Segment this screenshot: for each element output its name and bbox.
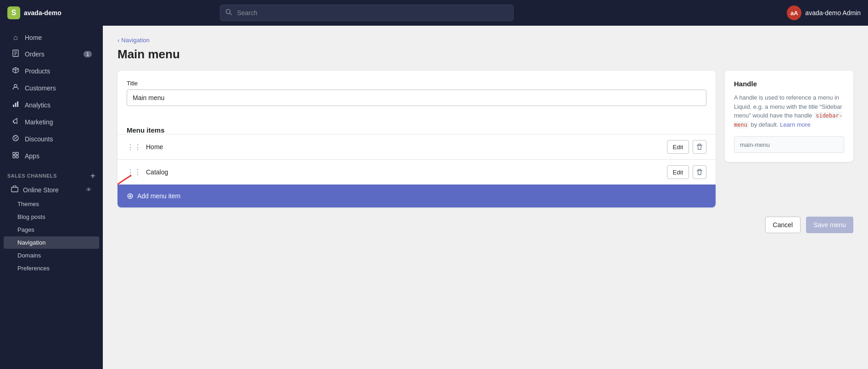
svg-rect-21: [697, 145, 702, 146]
handle-card: Handle A handle is used to reference a m…: [725, 71, 853, 162]
preferences-label: Preferences: [17, 265, 50, 272]
svg-rect-16: [13, 152, 15, 155]
title-field-label: Title: [127, 80, 706, 87]
svg-point-15: [17, 139, 17, 140]
add-menu-item-container: ⊕ Add menu item: [118, 184, 716, 207]
search-icon: [225, 9, 232, 17]
drag-handle-icon[interactable]: ⋮⋮: [127, 143, 141, 151]
add-sales-channel-button[interactable]: +: [90, 172, 95, 180]
apps-icon: [11, 151, 20, 161]
menu-item-actions: Edit: [667, 140, 706, 154]
menu-items-header: Menu items: [118, 117, 716, 134]
sidebar-sub-item-themes[interactable]: Themes: [4, 198, 99, 210]
sidebar-item-marketing[interactable]: Marketing: [4, 114, 99, 130]
avatar-initials: aA: [790, 10, 798, 17]
main-card: Title Menu items ⋮⋮ Home Edit: [118, 71, 716, 207]
title-section: Title: [118, 71, 716, 117]
sidebar-item-label: Products: [25, 67, 50, 75]
sidebar-sub-item-navigation[interactable]: Navigation: [4, 236, 99, 249]
page-title: Main menu: [118, 47, 853, 62]
sidebar-item-label: Analytics: [25, 101, 50, 109]
sales-channels-header: SALES CHANNELS +: [0, 168, 103, 182]
sidebar-item-label: Marketing: [25, 118, 53, 126]
add-menu-item-button[interactable]: ⊕ Add menu item: [118, 184, 716, 207]
marketing-icon: [11, 117, 20, 127]
orders-icon: [11, 50, 20, 59]
sidebar-item-apps[interactable]: Apps: [4, 148, 99, 164]
handle-card-description: A handle is used to reference a menu in …: [734, 93, 844, 129]
home-icon: ⌂: [11, 34, 20, 42]
products-icon: [11, 67, 20, 76]
svg-rect-11: [13, 121, 14, 123]
sidebar-item-label: Discounts: [25, 135, 53, 143]
handle-card-title: Handle: [734, 80, 844, 88]
online-store-left: Online Store: [11, 185, 59, 194]
domains-label: Domains: [17, 252, 41, 259]
sidebar-sub-item-blog-posts[interactable]: Blog posts: [4, 211, 99, 223]
sidebar-item-label: Apps: [25, 152, 39, 160]
menu-items-section: Menu items ⋮⋮ Home Edit: [118, 117, 716, 207]
sidebar-item-products[interactable]: Products: [4, 63, 99, 79]
svg-line-1: [230, 13, 232, 15]
themes-label: Themes: [17, 201, 39, 207]
content-area: ‹ Navigation Main menu Title Menu items …: [103, 26, 868, 369]
sidebar-item-discounts[interactable]: Discounts: [4, 131, 99, 147]
edit-button[interactable]: Edit: [667, 165, 689, 179]
sidebar-item-analytics[interactable]: Analytics: [4, 97, 99, 113]
menu-item-name: Home: [146, 143, 662, 151]
view-store-icon[interactable]: 👁: [86, 186, 92, 193]
menu-item-name: Catalog: [146, 168, 662, 176]
topbar: S avada-demo aA avada-demo Admin: [0, 0, 868, 26]
sidebar: ⌂ Home Orders 1 Products Customers: [0, 26, 103, 369]
sidebar-item-home[interactable]: ⌂ Home: [4, 30, 99, 45]
online-store-label: Online Store: [23, 186, 59, 194]
plus-circle-icon: ⊕: [127, 191, 134, 201]
sidebar-sub-item-domains[interactable]: Domains: [4, 249, 99, 262]
svg-rect-20: [11, 187, 18, 192]
delete-button[interactable]: [693, 165, 706, 179]
blog-posts-label: Blog posts: [17, 213, 45, 220]
search-container: [220, 5, 514, 21]
avatar[interactable]: aA: [787, 6, 801, 20]
breadcrumb-label: Navigation: [121, 37, 149, 44]
main-layout: ⌂ Home Orders 1 Products Customers: [0, 26, 868, 369]
sidebar-sub-item-pages[interactable]: Pages: [4, 224, 99, 236]
sales-channels-label: SALES CHANNELS: [7, 173, 57, 179]
table-row: ⋮⋮ Home Edit: [118, 134, 716, 159]
edit-button[interactable]: Edit: [667, 140, 689, 154]
cancel-button[interactable]: Cancel: [765, 217, 801, 233]
delete-button[interactable]: [693, 140, 706, 154]
svg-rect-18: [13, 156, 15, 158]
svg-point-14: [14, 137, 15, 138]
title-input[interactable]: [127, 89, 706, 106]
drag-handle-icon[interactable]: ⋮⋮: [127, 168, 141, 177]
sidebar-item-customers[interactable]: Customers: [4, 80, 99, 96]
sidebar-item-label: Home: [25, 34, 42, 41]
shopify-logo-icon: S: [7, 6, 20, 19]
content-body: Title Menu items ⋮⋮ Home Edit: [118, 71, 853, 207]
brand[interactable]: S avada-demo: [7, 6, 81, 19]
learn-more-link[interactable]: Learn more: [780, 121, 810, 128]
sidebar-sub-item-preferences[interactable]: Preferences: [4, 262, 99, 274]
brand-name: avada-demo: [24, 9, 62, 17]
sidebar-item-orders[interactable]: Orders 1: [4, 46, 99, 62]
footer-actions: Cancel Save menu: [118, 207, 853, 233]
sidebar-item-label: Orders: [25, 50, 45, 58]
svg-rect-10: [17, 101, 18, 107]
admin-name: avada-demo Admin: [805, 9, 861, 17]
handle-input[interactable]: [734, 136, 844, 153]
navigation-label: Navigation: [17, 239, 45, 246]
analytics-icon: [11, 101, 20, 110]
pages-label: Pages: [17, 226, 34, 233]
svg-rect-8: [13, 105, 14, 107]
breadcrumb[interactable]: ‹ Navigation: [118, 37, 853, 44]
svg-rect-17: [16, 152, 18, 155]
menu-item-actions: Edit: [667, 165, 706, 179]
save-menu-button[interactable]: Save menu: [806, 217, 853, 233]
table-row: ⋮⋮ Catalog Edit: [118, 159, 716, 184]
search-input[interactable]: [220, 5, 514, 21]
topbar-right: aA avada-demo Admin: [787, 6, 861, 20]
online-store-icon: [11, 185, 18, 194]
sidebar-item-online-store[interactable]: Online Store 👁: [4, 182, 99, 197]
handle-description-2: by default.: [751, 121, 778, 128]
